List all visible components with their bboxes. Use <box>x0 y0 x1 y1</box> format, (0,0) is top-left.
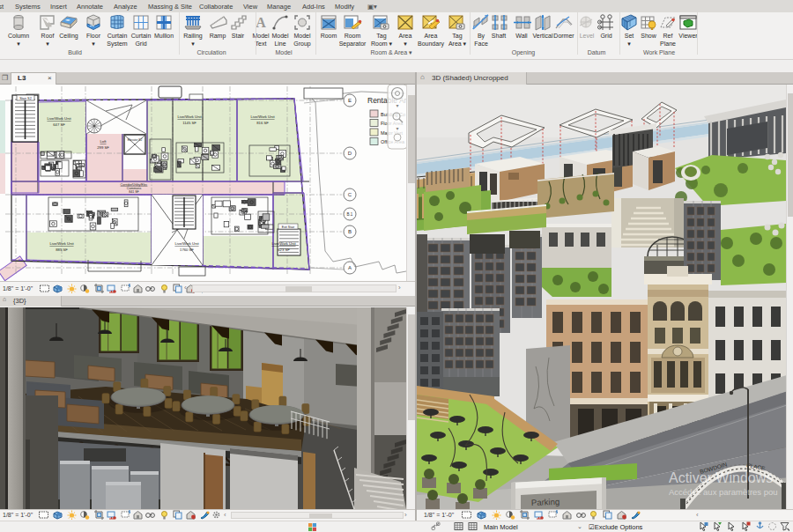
svg-text:623 SF: 623 SF <box>278 248 290 252</box>
svg-text:Live/Work Unit: Live/Work Unit <box>49 241 74 246</box>
svg-text:1760 SF: 1760 SF <box>180 248 194 252</box>
svg-text:299 SF: 299 SF <box>97 145 109 150</box>
svg-text:1145 SF: 1145 SF <box>182 121 196 125</box>
svg-text:B.1: B.1 <box>347 212 353 217</box>
svg-text:C: C <box>348 192 352 197</box>
svg-text:D: D <box>348 151 352 156</box>
svg-text:▾: ▾ <box>396 103 398 108</box>
svg-text:Elevator S2: Elevator S2 <box>128 138 143 142</box>
svg-text:841 SF: 841 SF <box>129 190 139 194</box>
svg-text:Live/Work Unit: Live/Work Unit <box>177 115 202 119</box>
svg-text:Activer Windows: Activer Windows <box>669 470 773 485</box>
svg-text:Exit Stair: Exit Stair <box>282 225 295 229</box>
svg-text:Live/Work Unit: Live/Work Unit <box>271 241 296 246</box>
svg-text:E: E <box>348 98 352 103</box>
svg-text:Live/Work Unit: Live/Work Unit <box>174 241 199 246</box>
svg-text:Live/Work Unit: Live/Work Unit <box>47 116 71 121</box>
svg-text:A: A <box>256 15 266 30</box>
svg-text:▾: ▾ <box>396 126 398 131</box>
svg-text:Loft: Loft <box>100 139 107 144</box>
svg-text:A: A <box>348 265 352 270</box>
svg-text:Stair S2: Stair S2 <box>19 97 32 100</box>
svg-text:Live/Work Unit: Live/Work Unit <box>250 115 275 119</box>
svg-text:885 SF: 885 SF <box>56 248 68 252</box>
svg-text:Accédez aux paramètres pou: Accédez aux paramètres pou <box>669 487 778 497</box>
svg-text:647 SF: 647 SF <box>53 122 65 127</box>
svg-text:816 SF: 816 SF <box>256 121 269 125</box>
svg-text:B: B <box>348 229 352 234</box>
svg-text:Parking: Parking <box>531 497 560 507</box>
